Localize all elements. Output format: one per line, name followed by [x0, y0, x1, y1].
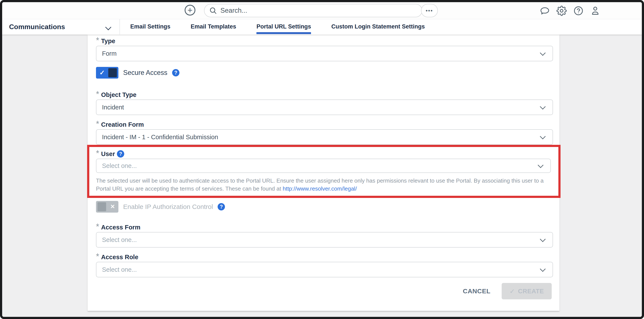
search-icon: [209, 7, 217, 15]
tab-bar: Email Settings Email Templates Portal UR…: [130, 19, 425, 35]
settings-nav-bar: Communications Email Settings Email Temp…: [2, 19, 642, 35]
ip-authorization-help-icon[interactable]: ?: [218, 203, 225, 210]
required-icon: *: [96, 121, 99, 127]
ellipsis-icon: •••: [426, 8, 433, 14]
secure-access-label: Secure Access: [123, 69, 167, 77]
tab-custom-login-statement-settings[interactable]: Custom Login Statement Settings: [331, 19, 425, 35]
secure-access-help-icon[interactable]: ?: [172, 69, 180, 76]
ip-authorization-toggle[interactable]: ✕: [96, 201, 118, 213]
user-help-icon[interactable]: ?: [117, 150, 124, 158]
check-icon: ✓: [100, 69, 105, 76]
page: + Search... •••: [0, 0, 644, 319]
creation-form-select[interactable]: Incident - IM - 1 - Confidential Submiss…: [96, 129, 553, 145]
tab-email-templates[interactable]: Email Templates: [191, 19, 236, 35]
required-icon: *: [96, 223, 99, 230]
check-icon: ✓: [510, 287, 515, 295]
search-input[interactable]: Search...: [204, 4, 422, 17]
portal-url-form-panel: * Type Form ✓ Secure Access ?: [88, 35, 560, 311]
chevron-down-icon: [540, 134, 546, 139]
tab-portal-url-settings[interactable]: Portal URL Settings: [256, 19, 311, 35]
tab-email-settings[interactable]: Email Settings: [130, 19, 170, 35]
secure-access-toggle[interactable]: ✓: [96, 67, 118, 79]
gear-icon[interactable]: [556, 6, 567, 16]
chevron-down-icon: [540, 266, 546, 272]
content-area: * Type Form ✓ Secure Access ?: [2, 35, 642, 317]
user-profile-icon[interactable]: [590, 6, 600, 16]
chat-icon[interactable]: [540, 6, 550, 16]
user-helper-text: The selected user will be used to authen…: [96, 177, 549, 193]
access-form-label: * Access Form: [96, 223, 553, 231]
help-icon[interactable]: [573, 6, 584, 16]
required-icon: *: [96, 253, 99, 260]
creation-form-label: * Creation Form: [96, 121, 553, 128]
search-more-button[interactable]: •••: [421, 4, 438, 17]
top-bar: + Search... •••: [2, 2, 642, 19]
required-icon: *: [96, 37, 99, 44]
type-select[interactable]: Form: [96, 46, 553, 61]
required-icon: *: [96, 91, 99, 97]
toggle-knob: [98, 202, 106, 211]
app-window: + Search... •••: [0, 0, 644, 319]
user-label: * User ?: [96, 150, 551, 158]
chevron-down-icon: [540, 50, 546, 56]
ip-authorization-row: ✕ Enable IP Authorization Control ?: [96, 201, 553, 213]
cancel-button[interactable]: CANCEL: [463, 287, 490, 295]
type-label: * Type: [96, 37, 553, 45]
create-new-button[interactable]: +: [184, 5, 196, 16]
plus-icon: +: [188, 6, 192, 15]
access-form-select[interactable]: Select one...: [96, 232, 553, 247]
app-menu-label: Communications: [9, 19, 65, 35]
required-icon: *: [96, 150, 99, 156]
chevron-down-icon: [105, 24, 111, 30]
secure-access-row: ✓ Secure Access ?: [96, 67, 553, 79]
chevron-down-icon: [540, 236, 546, 242]
x-icon: ✕: [110, 203, 115, 210]
access-role-label: * Access Role: [96, 253, 553, 261]
nav-divider: [120, 19, 120, 35]
object-type-select[interactable]: Incident: [96, 100, 553, 115]
user-select[interactable]: Select one...: [96, 159, 551, 173]
toggle-knob: [108, 68, 117, 77]
object-type-label: * Object Type: [96, 91, 553, 99]
access-role-select[interactable]: Select one...: [96, 262, 553, 277]
search-placeholder: Search...: [220, 7, 247, 15]
chevron-down-icon: [540, 104, 546, 110]
user-section-highlight: * User ? Select one... The selected user…: [87, 145, 560, 198]
form-actions: CANCEL ✓ CREATE: [96, 283, 553, 299]
ip-authorization-label: Enable IP Authorization Control: [123, 203, 213, 210]
create-button[interactable]: ✓ CREATE: [502, 283, 552, 299]
chevron-down-icon: [538, 162, 544, 168]
legal-link[interactable]: http://www.resolver.com/legal/: [283, 185, 357, 192]
